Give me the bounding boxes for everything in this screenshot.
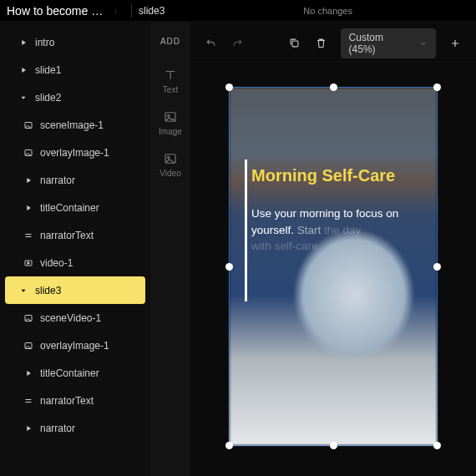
copy-button[interactable] — [282, 32, 307, 55]
video-icon — [163, 151, 178, 166]
image-icon — [23, 148, 33, 158]
tree-item-label: intro — [35, 37, 54, 48]
tree-item-label: overlayImage-1 — [40, 147, 109, 159]
redo-button[interactable] — [225, 32, 251, 55]
delete-button[interactable] — [309, 32, 334, 55]
add-image-label: Image — [159, 127, 182, 136]
body-text-line3: with self-care — [251, 240, 318, 252]
tree-item-overlayImage-1[interactable]: overlayImage-1 — [5, 332, 145, 359]
slide-title[interactable]: Morning Self-Care — [251, 166, 415, 185]
tree-item-video-1[interactable]: video-1 — [5, 249, 145, 276]
resize-handle-bl[interactable] — [225, 442, 233, 449]
undo-icon — [205, 37, 217, 49]
breadcrumb-current[interactable]: slide3 — [139, 5, 165, 17]
play-icon — [23, 176, 33, 185]
tree-item-narrator[interactable]: narrator — [5, 414, 145, 442]
tree-item-label: narrator — [40, 175, 75, 186]
zoom-dropdown[interactable]: Custom (45%) — [341, 28, 436, 58]
stage[interactable]: Morning Self-Care Use your morning to fo… — [190, 62, 476, 476]
selection-frame[interactable]: Morning Self-Care Use your morning to fo… — [229, 87, 438, 446]
tree-item-overlayImage-1[interactable]: overlayImage-1 — [5, 139, 145, 166]
tree-item-sceneVideo-1[interactable]: sceneVideo-1 — [5, 304, 145, 332]
svg-rect-9 — [292, 41, 298, 47]
resize-handle-tm[interactable] — [330, 84, 337, 91]
divider — [131, 4, 132, 18]
tree-item-label: slide3 — [35, 285, 61, 296]
image-icon — [23, 313, 33, 323]
resize-handle-bm[interactable] — [330, 442, 337, 449]
slide-body[interactable]: Use your morning to focus on yourself. S… — [251, 205, 415, 255]
image-icon — [23, 120, 33, 130]
tree-item-label: narrator — [40, 423, 75, 434]
resize-handle-mr[interactable] — [433, 263, 441, 271]
play-icon — [23, 369, 33, 377]
trash-icon — [315, 37, 327, 49]
play-icon — [18, 66, 28, 74]
changes-status: No changes — [303, 6, 352, 16]
tree-item-label: sceneVideo-1 — [40, 312, 101, 324]
add-image-button[interactable]: Image — [159, 109, 182, 136]
caret-down-icon — [18, 286, 28, 295]
tree-item-sceneImage-1[interactable]: sceneImage-1 — [5, 111, 145, 139]
add-panel: ADD Text Image Video — [150, 22, 190, 476]
tree-item-label: titleContainer — [40, 367, 99, 379]
play-icon — [23, 204, 33, 212]
header: How to become p… ↓ slide3 No changes — [0, 0, 476, 22]
title-dropdown-icon[interactable]: ↓ — [114, 6, 118, 15]
plus-icon — [449, 38, 461, 49]
svg-point-8 — [168, 156, 170, 158]
project-title[interactable]: How to become p… — [7, 4, 107, 18]
add-button[interactable] — [443, 32, 468, 55]
tree-item-label: overlayImage-1 — [40, 340, 109, 352]
tree-item-slide2[interactable]: slide2 — [5, 84, 145, 111]
text-icon — [23, 396, 33, 406]
add-video-label: Video — [160, 169, 180, 178]
tree-item-label: slide2 — [35, 92, 61, 104]
image-icon — [23, 341, 33, 351]
add-header: ADD — [160, 37, 180, 46]
tree-item-label: sceneImage-1 — [40, 119, 104, 131]
resize-handle-tr[interactable] — [433, 84, 441, 91]
resize-handle-br[interactable] — [433, 442, 441, 449]
tree-item-slide3[interactable]: slide3 — [5, 276, 145, 304]
tree-item-titleContainer[interactable]: titleContainer — [5, 194, 145, 221]
tree-item-narratorText[interactable]: narratorText — [5, 387, 145, 414]
tree-item-narrator[interactable]: narrator — [5, 166, 145, 194]
layer-tree: introslide1slide2sceneImage-1overlayImag… — [0, 22, 150, 476]
play-icon — [23, 424, 33, 433]
tree-item-intro[interactable]: intro — [5, 28, 145, 56]
tree-item-slide1[interactable]: slide1 — [5, 56, 145, 84]
redo-icon — [231, 37, 244, 49]
slide-content: Morning Self-Care Use your morning to fo… — [230, 88, 437, 445]
tree-item-label: titleContainer — [40, 202, 99, 214]
image-icon — [163, 109, 178, 124]
video-icon — [23, 258, 33, 268]
tree-item-label: slide1 — [35, 64, 61, 76]
caret-down-icon — [18, 94, 28, 102]
resize-handle-tl[interactable] — [225, 84, 233, 91]
text-icon — [163, 68, 178, 83]
canvas-area: Custom (45%) Morning Self-Care Use your … — [190, 22, 476, 476]
svg-point-6 — [168, 114, 170, 116]
zoom-label: Custom (45%) — [349, 32, 413, 55]
text-icon — [23, 230, 33, 241]
add-video-button[interactable]: Video — [160, 151, 180, 178]
play-icon — [18, 38, 28, 47]
resize-handle-ml[interactable] — [225, 263, 233, 271]
copy-icon — [288, 37, 301, 49]
canvas-toolbar: Custom (45%) — [190, 25, 476, 62]
tree-item-label: narratorText — [40, 230, 94, 241]
body-text-fade1: Start — [297, 224, 324, 236]
tree-item-label: narratorText — [40, 395, 94, 407]
tree-item-narratorText[interactable]: narratorText — [5, 221, 145, 249]
body-text-fade2: the day — [324, 224, 361, 236]
add-text-button[interactable]: Text — [163, 68, 178, 94]
undo-button[interactable] — [199, 32, 224, 55]
tree-item-label: video-1 — [40, 257, 73, 269]
tree-item-titleContainer[interactable]: titleContainer — [5, 359, 145, 387]
add-text-label: Text — [163, 85, 178, 94]
chevron-down-icon — [419, 39, 428, 48]
